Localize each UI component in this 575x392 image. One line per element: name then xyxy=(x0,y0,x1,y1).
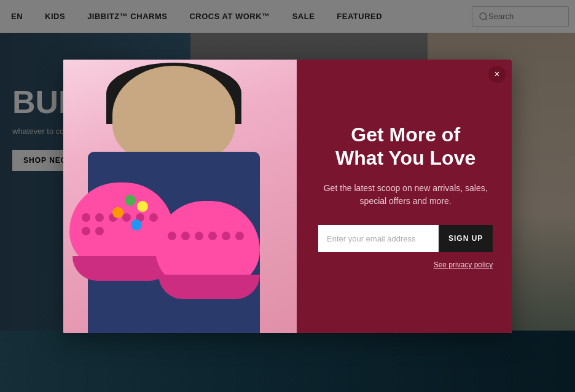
modal-overlay: Get More of What You Love Get the latest… xyxy=(0,0,575,392)
email-signup-row: SIGN UP xyxy=(318,225,493,252)
shoe-hole xyxy=(235,232,244,240)
jibbitz-charm xyxy=(112,207,123,218)
shoe-hole xyxy=(222,232,230,240)
shoe-holes-right xyxy=(168,232,248,240)
jibbitz-charm xyxy=(131,219,142,230)
right-shoe xyxy=(162,182,272,318)
shoe-hole xyxy=(195,232,203,240)
shoe-hole xyxy=(95,213,104,222)
shoe-hole xyxy=(181,232,190,240)
shoe-body-right xyxy=(155,201,260,287)
modal-title: Get More of What You Love xyxy=(335,123,475,170)
email-signup-modal: Get More of What You Love Get the latest… xyxy=(63,60,512,333)
email-input[interactable] xyxy=(318,225,439,252)
modal-subtitle: Get the latest scoop on new arrivals, sa… xyxy=(318,182,493,208)
shoe-sole-right xyxy=(158,275,260,299)
modal-close-button[interactable]: × xyxy=(488,66,506,83)
shoe-hole xyxy=(168,232,176,240)
modal-content: Get More of What You Love Get the latest… xyxy=(297,60,512,333)
signup-button[interactable]: SIGN UP xyxy=(439,225,493,252)
jibbitz-charm xyxy=(137,201,148,212)
shoe-hole xyxy=(122,213,131,222)
shoe-hole xyxy=(82,227,90,235)
person-head xyxy=(112,66,235,164)
shoe-hole xyxy=(82,213,90,222)
jibbitz-charm xyxy=(125,195,136,206)
shoe-hole xyxy=(95,227,104,235)
shoe-hole xyxy=(208,232,217,240)
shoe-hole xyxy=(149,213,158,222)
modal-image xyxy=(63,60,297,333)
privacy-policy-link[interactable]: See privacy policy xyxy=(434,261,493,269)
